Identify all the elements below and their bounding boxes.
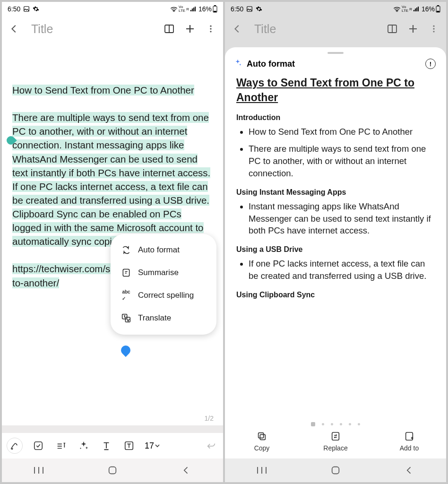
add-to-button[interactable]: Add to [372,430,446,452]
svg-point-23 [433,31,434,32]
list-item: If one PC lacks internet access, a text … [249,258,435,282]
replace-button[interactable]: Replace [299,430,372,452]
page-indicator[interactable] [225,415,446,428]
gear-icon [256,6,262,12]
section-heading: Using Instant Messaging Apps [236,188,435,197]
font-size-value: 17 [145,441,154,451]
home-button[interactable] [328,463,343,477]
svg-rect-3 [214,5,216,6]
text-box-button[interactable] [122,439,136,453]
battery-percent: 16% [422,5,435,13]
ctx-correct-spelling[interactable]: abc✓ Correct spelling [111,284,216,307]
svg-rect-19 [437,11,439,12]
roaming-indicator: R [186,7,189,11]
battery-icon [436,5,440,13]
info-icon[interactable]: ! [425,59,436,69]
list-item: There are multiple ways to send text fro… [249,143,435,180]
app-header: Title [2,16,223,42]
bullet-list: How to Send Text from One PC to Another … [236,126,435,180]
translate-icon [121,313,131,323]
back-button[interactable] [402,463,416,477]
auto-format-icon [121,245,131,255]
copy-icon [256,430,268,442]
sparkle-icon [233,59,242,69]
bullet-list: Instant messaging apps like WhatsAnd Mes… [236,200,435,237]
add-to-icon [403,430,415,442]
text-format-button[interactable] [99,439,113,453]
font-size-selector[interactable]: 17 [145,441,160,451]
svg-point-7 [210,28,211,29]
undo-button[interactable] [204,439,218,453]
selection-end-handle[interactable] [119,344,132,357]
wifi-icon [393,6,401,12]
editor-toolbar: 17 [2,433,223,458]
svg-point-1 [173,11,174,12]
battery-percent: 16% [198,5,212,13]
back-button[interactable] [179,463,193,477]
back-icon[interactable] [8,22,21,35]
svg-rect-12 [34,442,43,450]
ctx-summarise[interactable]: Summarise [111,261,216,284]
indicator-dot [331,423,333,425]
svg-rect-25 [258,433,264,438]
context-menu: Auto format Summarise abc✓ Correct spell… [111,234,216,335]
note-title-line[interactable]: How to Send Text from One PC to Another [12,85,194,95]
roaming-indicator: R [409,7,412,11]
status-bar: 6:50 VoLTE R 16% [225,2,446,16]
list-item: Instant messaging apps like WhatsAnd Mes… [249,200,435,237]
section-heading: Using Clipboard Sync [236,291,435,299]
home-button[interactable] [105,463,120,477]
action-label: Copy [254,444,270,452]
replace-icon [329,430,342,442]
ai-sparkle-button[interactable] [77,439,91,453]
recents-button[interactable] [255,463,269,477]
gallery-icon [23,6,30,12]
ctx-label: Auto format [138,244,180,256]
note-paragraph[interactable]: There are multiple ways to send text fro… [12,112,210,247]
plus-icon[interactable] [183,22,197,35]
more-icon[interactable] [204,22,217,35]
svg-point-8 [210,31,211,32]
sheet-grabber[interactable] [327,52,344,54]
list-item: How to Send Text from One PC to Another [249,126,435,138]
svg-rect-4 [214,11,216,12]
svg-point-16 [396,11,397,12]
svg-rect-24 [260,434,265,440]
indicator-dot [349,423,351,425]
svg-point-6 [210,26,211,27]
plus-icon[interactable] [406,22,420,35]
pen-tool-button[interactable] [7,438,23,454]
sheet-body[interactable]: Ways to Send Text from One PC to Another… [225,74,446,415]
ctx-translate[interactable]: Translate [111,307,216,329]
section-heading: Using a USB Drive [236,245,435,254]
ctx-label: Correct spelling [138,290,194,301]
svg-rect-14 [109,467,116,474]
page-title[interactable]: Title [254,22,378,36]
recents-button[interactable] [32,463,46,477]
more-icon[interactable] [427,22,440,35]
note-body[interactable]: How to Send Text from One PC to Another … [2,42,223,425]
page-title[interactable]: Title [31,22,155,36]
status-time: 6:50 [8,5,20,13]
checkbox-tool-button[interactable] [31,439,45,453]
doc-title: Ways to Send Text from One PC to Another [236,76,435,105]
volte-indicator: VoLTE [402,5,408,13]
reader-icon[interactable] [386,22,399,35]
left-screen: 6:50 VoLTE R 16% Title How to Send Text … [2,2,223,482]
ctx-auto-format[interactable]: Auto format [111,239,216,261]
text-style-button[interactable] [54,439,68,453]
svg-rect-15 [247,7,252,12]
auto-format-sheet: Auto format ! Ways to Send Text from One… [225,47,446,458]
action-label: Replace [323,444,347,452]
copy-button[interactable]: Copy [225,430,299,452]
svg-rect-0 [24,7,29,12]
reader-icon[interactable] [163,22,176,35]
gallery-icon [246,6,253,12]
page-counter: 1/2 [205,414,214,424]
signal-icon [413,6,420,12]
summarise-icon [121,268,131,278]
sheet-title: Auto format [247,59,295,69]
back-icon[interactable] [231,22,244,35]
gear-icon [33,6,39,12]
divider [2,425,223,433]
